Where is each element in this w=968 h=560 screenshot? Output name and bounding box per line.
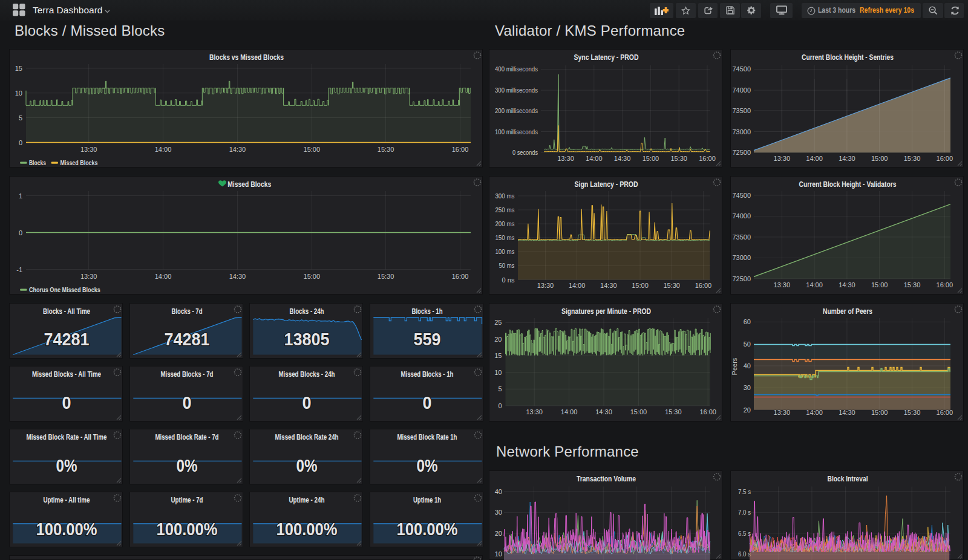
svg-text:13:30: 13:30 bbox=[537, 282, 554, 289]
svg-text:400 milliseconds: 400 milliseconds bbox=[495, 65, 538, 73]
svg-text:15:00: 15:00 bbox=[643, 155, 659, 162]
svg-text:13:30: 13:30 bbox=[557, 155, 574, 162]
svg-text:7.0 s: 7.0 s bbox=[738, 509, 751, 516]
svg-text:74000: 74000 bbox=[732, 212, 751, 220]
svg-text:15:30: 15:30 bbox=[378, 146, 394, 153]
svg-text:30: 30 bbox=[744, 384, 751, 391]
svg-text:-1: -1 bbox=[16, 266, 22, 273]
svg-text:16:00: 16:00 bbox=[452, 273, 469, 280]
svg-text:Blocks - 24h: Blocks - 24h bbox=[290, 307, 324, 316]
svg-text:5: 5 bbox=[19, 114, 22, 122]
svg-text:Transaction Volume: Transaction Volume bbox=[577, 474, 636, 483]
svg-text:13:30: 13:30 bbox=[80, 146, 97, 153]
svg-text:100.00%: 100.00% bbox=[36, 519, 97, 539]
svg-text:16:00: 16:00 bbox=[452, 146, 469, 153]
svg-text:50 ms: 50 ms bbox=[499, 262, 514, 269]
svg-text:20: 20 bbox=[495, 529, 502, 536]
svg-text:Missed Blocks: Missed Blocks bbox=[60, 159, 98, 166]
svg-text:10: 10 bbox=[495, 550, 502, 558]
svg-text:25: 25 bbox=[494, 319, 502, 326]
svg-text:13805: 13805 bbox=[284, 329, 330, 349]
svg-text:Blocks - All Time: Blocks - All Time bbox=[43, 307, 90, 316]
svg-text:74281: 74281 bbox=[44, 329, 90, 349]
svg-text:73500: 73500 bbox=[732, 107, 751, 114]
svg-text:16:00: 16:00 bbox=[937, 281, 953, 288]
svg-text:15:30: 15:30 bbox=[378, 273, 394, 280]
svg-text:10: 10 bbox=[494, 369, 502, 376]
svg-text:Current Block Height - Validat: Current Block Height - Validators bbox=[799, 180, 897, 189]
svg-text:1: 1 bbox=[19, 192, 22, 200]
svg-text:150 ms: 150 ms bbox=[495, 234, 514, 241]
svg-text:559: 559 bbox=[413, 329, 440, 349]
svg-text:0: 0 bbox=[498, 402, 502, 409]
svg-text:14:00: 14:00 bbox=[155, 273, 172, 280]
svg-text:72500: 72500 bbox=[732, 275, 751, 282]
svg-text:0: 0 bbox=[422, 392, 431, 412]
svg-text:14:30: 14:30 bbox=[839, 281, 855, 288]
svg-text:0: 0 bbox=[62, 392, 71, 412]
svg-text:15:00: 15:00 bbox=[304, 273, 321, 280]
svg-text:Missed Block Rate 1h: Missed Block Rate 1h bbox=[397, 433, 457, 441]
svg-text:Missed Blocks - 7d: Missed Blocks - 7d bbox=[160, 370, 213, 379]
svg-text:Peers: Peers bbox=[731, 357, 738, 375]
svg-text:5: 5 bbox=[498, 385, 502, 392]
svg-text:13:30: 13:30 bbox=[80, 273, 97, 280]
svg-text:74000: 74000 bbox=[732, 86, 751, 94]
svg-text:72500: 72500 bbox=[732, 149, 751, 156]
svg-text:15:30: 15:30 bbox=[670, 155, 687, 162]
svg-text:Sign Latency - PROD: Sign Latency - PROD bbox=[575, 180, 638, 189]
svg-text:30: 30 bbox=[495, 509, 502, 516]
svg-text:Signatures per Minute - PROD: Signatures per Minute - PROD bbox=[561, 307, 651, 316]
svg-text:60: 60 bbox=[744, 318, 751, 325]
svg-text:15:00: 15:00 bbox=[630, 408, 647, 415]
svg-text:Missed Block Rate 24h: Missed Block Rate 24h bbox=[275, 433, 339, 441]
svg-text:Missed Blocks - 1h: Missed Blocks - 1h bbox=[401, 370, 453, 379]
svg-text:0%: 0% bbox=[296, 455, 318, 475]
svg-text:50: 50 bbox=[744, 340, 751, 348]
svg-text:100 ms: 100 ms bbox=[495, 248, 514, 255]
svg-text:15: 15 bbox=[494, 352, 502, 359]
svg-text:15:00: 15:00 bbox=[871, 281, 888, 288]
svg-text:Last 3 hours: Last 3 hours bbox=[818, 5, 855, 15]
svg-text:Blocks - 1h: Blocks - 1h bbox=[411, 307, 442, 316]
svg-text:100.00%: 100.00% bbox=[396, 519, 457, 539]
svg-text:15:30: 15:30 bbox=[665, 408, 682, 415]
svg-text:15: 15 bbox=[15, 65, 22, 72]
svg-text:200 ms: 200 ms bbox=[495, 220, 514, 227]
svg-text:13:30: 13:30 bbox=[526, 408, 543, 415]
svg-text:14:00: 14:00 bbox=[561, 408, 578, 415]
svg-text:6.5 s: 6.5 s bbox=[738, 529, 751, 536]
svg-text:15:30: 15:30 bbox=[904, 155, 921, 162]
svg-text:14:30: 14:30 bbox=[229, 273, 246, 280]
svg-text:20: 20 bbox=[744, 406, 751, 414]
svg-text:0 ns: 0 ns bbox=[502, 276, 515, 284]
svg-text:200 milliseconds: 200 milliseconds bbox=[495, 107, 538, 114]
svg-text:14:00: 14:00 bbox=[586, 155, 603, 162]
svg-text:Uptime - All time: Uptime - All time bbox=[44, 496, 90, 504]
svg-text:Number of Peers: Number of Peers bbox=[823, 307, 872, 316]
svg-text:14:30: 14:30 bbox=[600, 282, 617, 289]
svg-text:0: 0 bbox=[182, 392, 191, 412]
svg-text:14:00: 14:00 bbox=[806, 155, 823, 162]
svg-text:100.00%: 100.00% bbox=[276, 519, 338, 539]
svg-text:74500: 74500 bbox=[732, 65, 751, 73]
svg-text:Uptime - 7d: Uptime - 7d bbox=[171, 496, 203, 504]
svg-text:Blocks: Blocks bbox=[29, 159, 46, 166]
svg-text:Current Block Height - Sentrie: Current Block Height - Sentries bbox=[802, 53, 894, 62]
svg-text:Sync Latency - PROD: Sync Latency - PROD bbox=[574, 53, 639, 62]
svg-text:14:30: 14:30 bbox=[229, 146, 246, 153]
svg-text:0: 0 bbox=[302, 392, 312, 412]
svg-text:7.5 s: 7.5 s bbox=[738, 487, 751, 495]
svg-text:Uptime 1h: Uptime 1h bbox=[413, 496, 441, 504]
svg-text:0%: 0% bbox=[176, 455, 197, 475]
svg-text:0%: 0% bbox=[416, 455, 437, 475]
svg-text:74500: 74500 bbox=[732, 192, 751, 199]
svg-text:15:00: 15:00 bbox=[632, 282, 649, 289]
svg-text:Missed Blocks - 24h: Missed Blocks - 24h bbox=[279, 370, 335, 379]
svg-text:73500: 73500 bbox=[732, 233, 751, 241]
svg-text:100 milliseconds: 100 milliseconds bbox=[495, 128, 538, 135]
svg-text:13:30: 13:30 bbox=[774, 155, 791, 162]
svg-text:100.00%: 100.00% bbox=[156, 519, 217, 539]
svg-text:300 milliseconds: 300 milliseconds bbox=[495, 86, 538, 94]
svg-text:6.0 s: 6.0 s bbox=[738, 550, 751, 558]
